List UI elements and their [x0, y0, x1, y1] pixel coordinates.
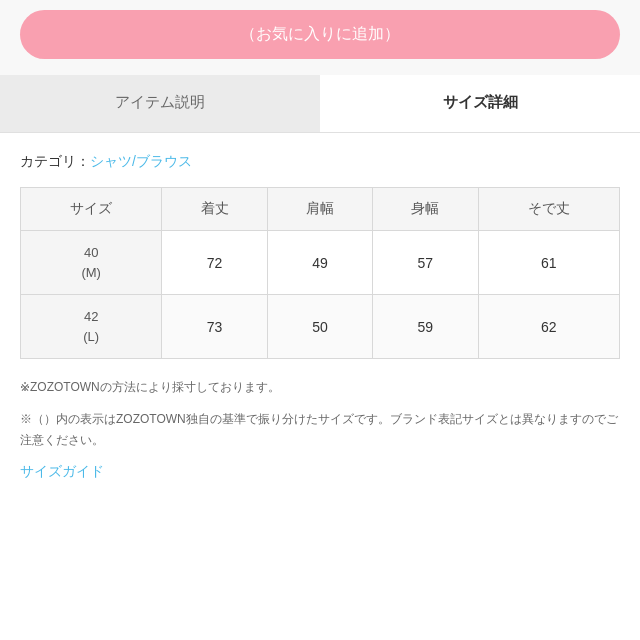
- val-1-1: 50: [267, 295, 372, 359]
- val-0-2: 57: [373, 231, 478, 295]
- col-kata: 肩幅: [267, 188, 372, 231]
- val-0-1: 49: [267, 231, 372, 295]
- note-text-1: ※ZOZOTOWNの方法により採寸しております。: [20, 377, 620, 397]
- category-line: カテゴリ：シャツ/ブラウス: [20, 153, 620, 171]
- val-1-0: 73: [162, 295, 267, 359]
- size-label-0: 40(M): [21, 231, 162, 295]
- val-1-2: 59: [373, 295, 478, 359]
- tab-item-desc[interactable]: アイテム説明: [0, 75, 320, 132]
- tabs-area: アイテム説明 サイズ詳細: [0, 75, 640, 133]
- table-row: 40(M) 72 49 57 61: [21, 231, 620, 295]
- tab-size-detail[interactable]: サイズ詳細: [320, 75, 640, 132]
- col-sode: そで丈: [478, 188, 619, 231]
- add-to-fav-button[interactable]: （お気に入りに追加）: [20, 10, 620, 59]
- val-0-0: 72: [162, 231, 267, 295]
- col-mi: 身幅: [373, 188, 478, 231]
- col-size: サイズ: [21, 188, 162, 231]
- val-0-3: 61: [478, 231, 619, 295]
- category-prefix: カテゴリ：: [20, 153, 90, 169]
- size-table: サイズ 着丈 肩幅 身幅 そで丈 40(M) 72 49 57 61 42(L)…: [20, 187, 620, 359]
- top-button-area: （お気に入りに追加）: [0, 0, 640, 75]
- size-label-1: 42(L): [21, 295, 162, 359]
- content-area: カテゴリ：シャツ/ブラウス サイズ 着丈 肩幅 身幅 そで丈 40(M) 72 …: [0, 133, 640, 497]
- note-text-2: ※（）内の表示はZOZOTOWN独自の基準で振り分けたサイズです。ブランド表記サ…: [20, 409, 620, 450]
- category-link[interactable]: シャツ/ブラウス: [90, 153, 192, 169]
- table-row: 42(L) 73 50 59 62: [21, 295, 620, 359]
- col-kake: 着丈: [162, 188, 267, 231]
- table-header-row: サイズ 着丈 肩幅 身幅 そで丈: [21, 188, 620, 231]
- size-guide-link[interactable]: サイズガイド: [20, 463, 104, 479]
- val-1-3: 62: [478, 295, 619, 359]
